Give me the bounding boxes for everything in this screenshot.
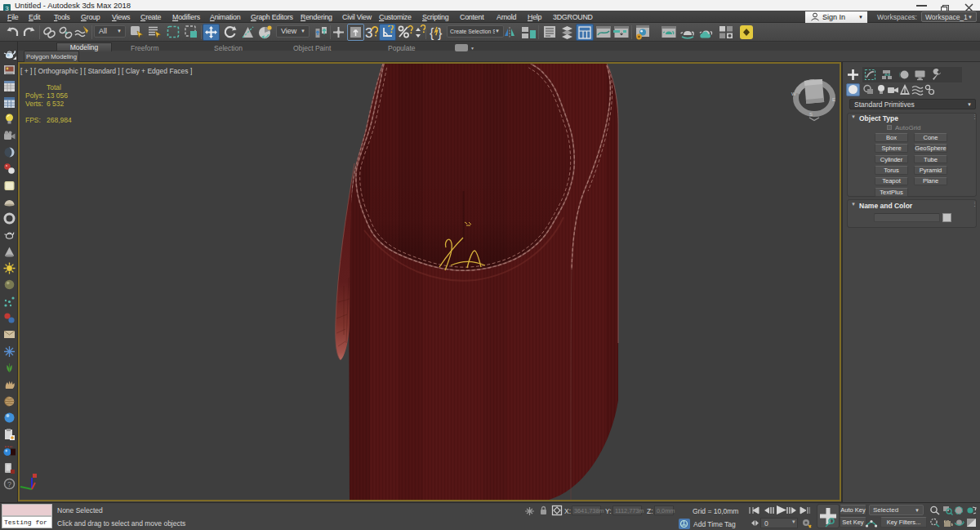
svg-text:}: } xyxy=(438,26,443,40)
svg-text:E: E xyxy=(832,97,835,102)
svg-text:?: ? xyxy=(7,480,11,488)
svg-text:{: { xyxy=(430,26,434,40)
svg-text:3: 3 xyxy=(365,25,372,41)
svg-text:W: W xyxy=(791,91,796,96)
svg-text:S: S xyxy=(809,112,813,117)
